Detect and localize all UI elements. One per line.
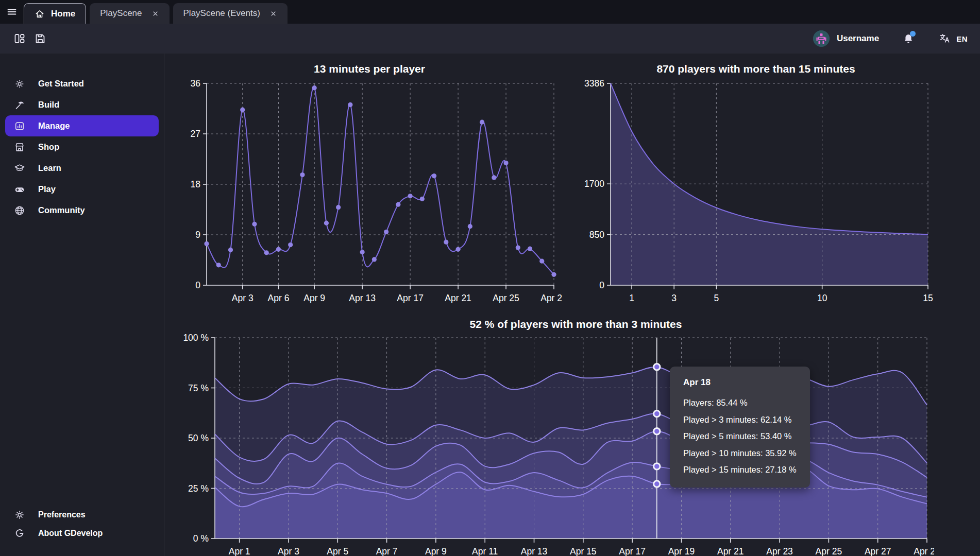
x-tick-label: Apr 29 <box>540 293 562 303</box>
x-tick-label: 10 <box>817 293 827 303</box>
sidebar-item-preferences[interactable]: Preferences <box>5 506 159 524</box>
chart-title: 13 minutes per player <box>177 57 562 77</box>
players-duration-card: 870 players with more than 15 minutes 08… <box>576 57 936 312</box>
x-tick-label: Apr 25 <box>493 293 519 303</box>
minutes-per-player-chart[interactable]: 09182736Apr 3Apr 6Apr 9Apr 13Apr 17Apr 2… <box>177 77 562 310</box>
sidebar-item-label: Preferences <box>38 510 86 519</box>
sidebar-item-about-gdevelop[interactable]: About GDevelop <box>5 524 159 543</box>
sidebar-item-play[interactable]: Play <box>5 179 159 200</box>
sidebar-item-label: Community <box>38 205 85 215</box>
project-manager-button[interactable] <box>9 28 30 49</box>
sidebar: Get Started Build Manage Shop Learn Play… <box>0 54 164 556</box>
sidebar-item-label: Play <box>38 184 56 194</box>
chart-tooltip: Apr 18 Players: 85.44 %Played > 3 minute… <box>670 367 810 488</box>
tab-label: Home <box>51 9 75 19</box>
tab-bar: Home PlayScene PlayScene (Events) <box>0 0 980 24</box>
sidebar-item-get-started[interactable]: Get Started <box>5 73 159 94</box>
tooltip-entry: Played > 15 minutes: 27.18 % <box>683 461 797 478</box>
tooltip-date: Apr 18 <box>683 375 797 390</box>
x-tick-label: 3 <box>671 293 677 303</box>
tab-close-icon[interactable] <box>269 10 277 18</box>
chart-title: 870 players with more than 15 minutes <box>576 57 936 77</box>
username-label[interactable]: Username <box>837 33 879 44</box>
x-tick-label: Apr 13 <box>521 546 548 556</box>
y-tick-label: 1700 <box>584 179 604 189</box>
avatar[interactable] <box>813 30 830 47</box>
sidebar-item-shop[interactable]: Shop <box>5 136 159 158</box>
y-tick-label: 0 <box>195 280 200 290</box>
tab-label: PlayScene (Events) <box>183 8 260 19</box>
x-tick-label: Apr 11 <box>472 546 498 556</box>
sidebar-item-label: Get Started <box>38 79 84 89</box>
x-tick-label: Apr 17 <box>397 293 424 303</box>
tab-home[interactable]: Home <box>24 3 86 24</box>
sun-icon <box>13 78 26 90</box>
tooltip-entry: Played > 5 minutes: 53.40 % <box>683 428 797 445</box>
chart-title: 52 % of players with more than 3 minutes <box>177 312 975 333</box>
x-tick-label: Apr 27 <box>865 546 891 556</box>
x-tick-label: Apr 9 <box>425 546 447 556</box>
gear-icon <box>13 509 26 521</box>
tooltip-entry: Players: 85.44 % <box>683 394 797 411</box>
sidebar-footer: Preferences About GDevelop <box>0 506 164 556</box>
sidebar-item-label: Manage <box>38 121 70 131</box>
storefront-icon <box>13 141 26 153</box>
retention-chart[interactable]: 0 %25 %50 %75 %100 %Apr 1Apr 3Apr 5Apr 7… <box>177 333 934 556</box>
x-tick-label: Apr 3 <box>278 546 299 556</box>
pickaxe-icon <box>13 99 26 111</box>
tab-playscene-events[interactable]: PlayScene (Events) <box>173 3 288 24</box>
x-tick-label: Apr 23 <box>766 546 793 556</box>
x-tick-label: Apr 25 <box>816 546 842 556</box>
x-tick-label: Apr 9 <box>303 293 325 303</box>
translate-icon <box>939 32 951 45</box>
notifications-button[interactable] <box>900 30 917 47</box>
sidebar-item-manage[interactable]: Manage <box>5 115 159 136</box>
graduation-cap-icon <box>13 162 26 175</box>
main-area: Get Started Build Manage Shop Learn Play… <box>0 54 980 556</box>
tooltip-entry: Played > 3 minutes: 62.14 % <box>683 411 797 428</box>
x-tick-label: Apr 13 <box>349 293 376 303</box>
gamepad-icon <box>13 183 26 196</box>
chart-areas <box>215 367 927 538</box>
y-tick-label: 9 <box>195 230 200 240</box>
save-icon <box>34 32 46 45</box>
sidebar-item-community[interactable]: Community <box>5 200 159 221</box>
y-tick-label: 0 <box>599 280 604 290</box>
gridlines <box>207 83 554 285</box>
players-duration-chart[interactable]: 0850170033861351015 <box>576 77 936 310</box>
project-manager-icon <box>13 32 26 45</box>
sidebar-item-label: Learn <box>38 163 61 173</box>
sidebar-item-label: Shop <box>38 142 59 152</box>
tab-playscene[interactable]: PlayScene <box>90 3 169 24</box>
tick-labels: 09182736Apr 3Apr 6Apr 9Apr 13Apr 17Apr 2… <box>191 78 562 303</box>
x-tick-label: Apr 6 <box>268 293 290 303</box>
gdevelop-logo-icon <box>13 527 26 540</box>
y-tick-label: 50 % <box>188 433 209 443</box>
language-selector[interactable]: EN <box>939 32 968 45</box>
notification-dot <box>910 31 916 37</box>
sidebar-item-build[interactable]: Build <box>5 94 159 115</box>
y-tick-label: 18 <box>191 179 200 189</box>
home-icon <box>35 9 45 19</box>
sidebar-item-learn[interactable]: Learn <box>5 158 159 179</box>
tooltip-rows: Players: 85.44 %Played > 3 minutes: 62.1… <box>683 394 797 478</box>
analytics-content: 13 minutes per player 09182736Apr 3Apr 6… <box>164 54 980 556</box>
globe-icon <box>13 204 26 217</box>
tab-close-icon[interactable] <box>151 10 159 18</box>
save-button[interactable] <box>30 28 50 49</box>
hamburger-menu-button[interactable] <box>0 0 24 24</box>
x-tick-label: Apr 21 <box>717 546 744 556</box>
robot-avatar-icon <box>813 30 830 47</box>
x-tick-label: Apr 29 <box>914 546 934 556</box>
language-code-label: EN <box>956 34 968 43</box>
x-tick-label: Apr 15 <box>570 546 597 556</box>
y-tick-label: 850 <box>589 230 604 240</box>
x-tick-label: 5 <box>714 293 719 303</box>
x-tick-label: Apr 19 <box>668 546 695 556</box>
x-tick-label: Apr 3 <box>232 293 254 303</box>
y-tick-label: 27 <box>191 129 200 139</box>
x-tick-label: Apr 5 <box>327 546 348 556</box>
retention-card: 52 % of players with more than 3 minutes… <box>177 312 975 556</box>
toolbar-right: Username EN <box>813 30 971 47</box>
y-tick-label: 100 % <box>183 333 209 343</box>
